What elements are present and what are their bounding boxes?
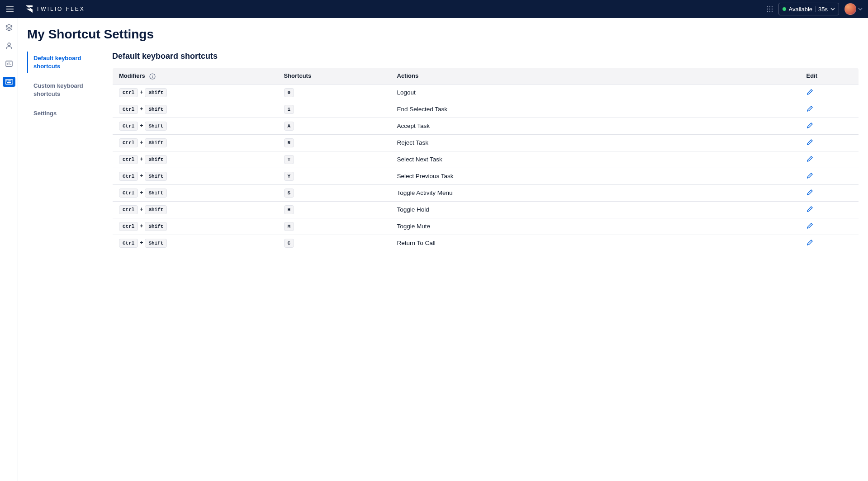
- svg-point-0: [767, 6, 768, 7]
- action-cell: Toggle Hold: [391, 201, 800, 218]
- plus-separator: +: [140, 240, 143, 246]
- modifiers-cell: Ctrl+Shift: [113, 218, 278, 235]
- edit-cell: [800, 201, 859, 218]
- kbd-shift: Shift: [145, 189, 167, 198]
- info-icon: [149, 73, 156, 80]
- pencil-icon: [806, 105, 813, 112]
- modifiers-cell: Ctrl+Shift: [113, 134, 278, 151]
- kbd-shift: Shift: [145, 138, 167, 147]
- modifiers-cell: Ctrl+Shift: [113, 101, 278, 118]
- svg-point-6: [767, 11, 768, 12]
- svg-point-9: [8, 43, 10, 46]
- modifiers-cell: Ctrl+Shift: [113, 235, 278, 251]
- kbd-key: 1: [284, 105, 294, 114]
- shortcut-key-cell: T: [278, 151, 391, 168]
- action-cell: Select Next Task: [391, 151, 800, 168]
- kbd-key: 0: [284, 88, 294, 97]
- agent-status-selector[interactable]: Available 35s: [778, 3, 840, 15]
- app-header: TWILIO FLEX Available 35s: [0, 0, 868, 18]
- status-duration: 35s: [818, 6, 828, 13]
- kbd-ctrl: Ctrl: [119, 155, 138, 164]
- settings-side-nav: Default keyboard shortcutsCustom keyboar…: [27, 52, 100, 127]
- plus-separator: +: [140, 223, 143, 229]
- table-row: Ctrl+ShiftHToggle Hold: [113, 201, 859, 218]
- edit-shortcut-button[interactable]: [806, 239, 813, 246]
- svg-point-5: [771, 9, 772, 9]
- side-nav-item[interactable]: Custom keyboard shortcuts: [27, 79, 100, 100]
- edit-cell: [800, 168, 859, 184]
- edit-shortcut-button[interactable]: [806, 122, 813, 129]
- status-divider: [815, 6, 816, 12]
- rail-teams-button[interactable]: [3, 41, 15, 51]
- dialpad-button[interactable]: [767, 6, 773, 12]
- kbd-shift: Shift: [145, 222, 167, 231]
- pencil-icon: [806, 156, 813, 162]
- plus-separator: +: [140, 123, 143, 129]
- svg-point-4: [769, 9, 770, 9]
- table-row: Ctrl+ShiftSToggle Activity Menu: [113, 184, 859, 201]
- action-cell: Accept Task: [391, 118, 800, 134]
- action-cell: Select Previous Task: [391, 168, 800, 184]
- kbd-ctrl: Ctrl: [119, 88, 138, 97]
- side-nav-item[interactable]: Default keyboard shortcuts: [27, 52, 100, 73]
- edit-shortcut-button[interactable]: [806, 222, 813, 229]
- action-cell: End Selected Task: [391, 101, 800, 118]
- rail-queues-button[interactable]: [3, 59, 15, 69]
- edit-cell: [800, 134, 859, 151]
- pencil-icon: [806, 206, 813, 212]
- edit-shortcut-button[interactable]: [806, 156, 813, 162]
- side-nav-item[interactable]: Settings: [27, 107, 100, 120]
- kbd-key: S: [284, 189, 294, 198]
- edit-shortcut-button[interactable]: [806, 139, 813, 146]
- table-row: Ctrl+ShiftCReturn To Call: [113, 235, 859, 251]
- table-row: Ctrl+Shift1End Selected Task: [113, 101, 859, 118]
- kbd-ctrl: Ctrl: [119, 222, 138, 231]
- dialpad-icon: [767, 6, 773, 12]
- table-row: Ctrl+ShiftRReject Task: [113, 134, 859, 151]
- shortcut-key-cell: S: [278, 184, 391, 201]
- edit-shortcut-button[interactable]: [806, 206, 813, 212]
- page-title: My Shortcut Settings: [27, 27, 859, 42]
- edit-cell: [800, 151, 859, 168]
- column-header-actions: Actions: [391, 68, 800, 85]
- user-menu[interactable]: [844, 3, 863, 15]
- column-header-edit: Edit: [800, 68, 859, 85]
- edit-shortcut-button[interactable]: [806, 89, 813, 95]
- svg-point-8: [771, 11, 772, 12]
- edit-shortcut-button[interactable]: [806, 172, 813, 179]
- shortcut-key-cell: H: [278, 201, 391, 218]
- rail-tasks-button[interactable]: [3, 23, 15, 33]
- rail-keyboard-shortcuts-button[interactable]: [3, 77, 15, 87]
- modifiers-cell: Ctrl+Shift: [113, 151, 278, 168]
- action-cell: Toggle Activity Menu: [391, 184, 800, 201]
- brand-text: TWILIO FLEX: [36, 6, 85, 12]
- edit-cell: [800, 84, 859, 101]
- modifiers-cell: Ctrl+Shift: [113, 201, 278, 218]
- chevron-down-icon: [830, 8, 835, 10]
- layers-icon: [5, 24, 13, 31]
- kbd-ctrl: Ctrl: [119, 172, 138, 181]
- modifiers-info-button[interactable]: [149, 73, 156, 80]
- shortcuts-panel: Default keyboard shortcuts Modifiers Sho…: [112, 52, 859, 252]
- status-label: Available: [789, 6, 813, 13]
- pencil-icon: [806, 89, 813, 95]
- chevron-down-icon: [858, 8, 863, 10]
- kbd-shift: Shift: [145, 88, 167, 97]
- edit-cell: [800, 218, 859, 235]
- kbd-ctrl: Ctrl: [119, 105, 138, 114]
- kbd-key: C: [284, 239, 294, 248]
- edit-shortcut-button[interactable]: [806, 189, 813, 196]
- modifiers-cell: Ctrl+Shift: [113, 118, 278, 134]
- kbd-ctrl: Ctrl: [119, 189, 138, 198]
- action-cell: Return To Call: [391, 235, 800, 251]
- pencil-icon: [806, 239, 813, 246]
- menu-toggle-button[interactable]: [5, 4, 15, 14]
- pencil-icon: [806, 222, 813, 229]
- twilio-flex-logo-icon: [26, 5, 33, 13]
- person-icon: [5, 42, 13, 49]
- shortcut-key-cell: M: [278, 218, 391, 235]
- svg-point-18: [152, 75, 153, 75]
- action-cell: Logout: [391, 84, 800, 101]
- edit-shortcut-button[interactable]: [806, 105, 813, 112]
- kbd-key: A: [284, 122, 294, 131]
